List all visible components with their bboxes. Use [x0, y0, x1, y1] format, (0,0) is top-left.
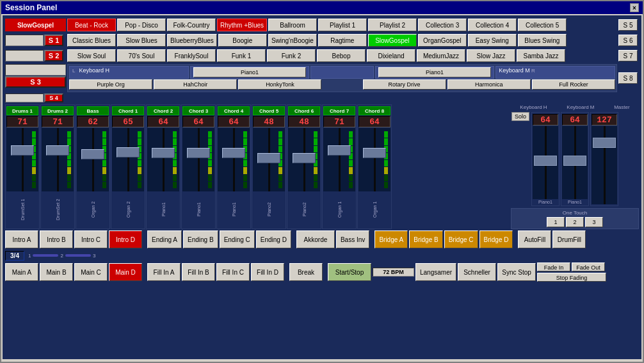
intro-a-btn[interactable]: Intro A — [5, 230, 38, 248]
ch-fader-2[interactable] — [81, 149, 104, 159]
ch-fader-1[interactable] — [46, 145, 69, 156]
ch-label-6[interactable]: Chord 4 — [218, 106, 250, 115]
style-btn-2[interactable]: Folk-Country — [167, 19, 216, 31]
harmonica-btn[interactable]: Harmonica — [447, 79, 531, 90]
style2-btn-5[interactable]: Ragtime — [318, 34, 367, 47]
s7-button[interactable]: S 7 — [618, 50, 638, 61]
main-b-btn[interactable]: Main B — [40, 263, 73, 281]
ch-fader-5[interactable] — [187, 148, 210, 158]
intro-c-btn[interactable]: Intro C — [74, 230, 108, 248]
drumfill-btn[interactable]: DrumFill — [552, 230, 586, 248]
piano1-left-btn[interactable]: Piano1 — [193, 67, 307, 77]
style3-btn-5[interactable]: Bebop — [317, 49, 366, 62]
style3-btn-1[interactable]: 70's Soul — [117, 49, 166, 62]
master-fader[interactable] — [593, 138, 616, 148]
ch-label-0[interactable]: Drums 1 — [6, 106, 38, 115]
fill-d-btn[interactable]: Fill In D — [251, 263, 284, 281]
style2-btn-9[interactable]: Blues Swing — [518, 34, 567, 47]
style3-btn-3[interactable]: Funk 1 — [217, 49, 266, 62]
full-rocker-btn[interactable]: Full Rocker — [532, 79, 615, 90]
style3-btn-2[interactable]: FranklySoul — [167, 49, 216, 62]
main-c-btn[interactable]: Main C — [74, 263, 108, 281]
one-touch-2[interactable]: 2 — [566, 217, 584, 227]
ch-label-3[interactable]: Chord 1 — [112, 106, 144, 115]
style2-btn-6[interactable]: SlowGospel — [368, 34, 417, 47]
style3-btn-4[interactable]: Funk 2 — [267, 49, 316, 62]
style-btn-9[interactable]: Collection 5 — [518, 19, 567, 31]
keyboard-m-fader[interactable] — [563, 156, 586, 166]
s5-button[interactable]: S 5 — [618, 19, 638, 31]
style3-btn-7[interactable]: MediumJazz — [417, 49, 465, 62]
ch-fader-0[interactable] — [11, 145, 34, 156]
ch-fader-6[interactable] — [222, 148, 245, 158]
piano1-right-btn[interactable]: Piano1 — [378, 67, 492, 77]
s6-button[interactable]: S 6 — [618, 35, 638, 46]
style3-btn-0[interactable]: Slow Soul — [67, 49, 116, 62]
break-btn[interactable]: Break — [289, 263, 323, 281]
langsamer-btn[interactable]: Langsamer — [415, 263, 456, 281]
ch-label-4[interactable]: Chord 2 — [147, 106, 179, 115]
s4-button[interactable]: S 4 — [44, 93, 63, 102]
bridge-c-btn[interactable]: Bridge C — [444, 230, 478, 248]
ending-a-btn[interactable]: Ending A — [147, 230, 182, 248]
ch-fader-8[interactable] — [293, 153, 316, 163]
style2-btn-3[interactable]: Boogie — [218, 34, 267, 47]
style-btn-6[interactable]: Playlist 2 — [368, 19, 417, 31]
style2-btn-4[interactable]: Swing'nBoogie — [268, 34, 317, 47]
style-btn-7[interactable]: Collection 3 — [418, 19, 467, 31]
purple-org-btn[interactable]: Purple Org — [69, 79, 152, 90]
stop-fading-btn[interactable]: Stop Fading — [537, 273, 606, 282]
ch-fader-4[interactable] — [152, 148, 175, 158]
intro-b-btn[interactable]: Intro B — [40, 230, 73, 248]
ch-label-2[interactable]: Bass — [77, 106, 109, 115]
s3-button[interactable]: S 3 — [5, 76, 66, 88]
hah-choir-btn[interactable]: HahChoir — [154, 79, 237, 90]
s2-button[interactable]: S 2 — [44, 50, 63, 61]
bass-inv-btn[interactable]: Bass Inv — [336, 230, 369, 248]
fade-out-btn[interactable]: Fade Out — [572, 262, 605, 271]
style2-btn-0[interactable]: Classic Blues — [67, 34, 116, 47]
style2-btn-1[interactable]: Slow Blues — [117, 34, 166, 47]
style3-btn-6[interactable]: Dixieland — [367, 49, 415, 62]
bridge-a-btn[interactable]: Bridge A — [374, 230, 408, 248]
style-btn-1[interactable]: Pop - Disco — [117, 19, 166, 31]
ch-label-9[interactable]: Chord 7 — [323, 106, 355, 115]
rotary-drive-btn[interactable]: Rotary Drive — [363, 79, 446, 90]
style2-btn-2[interactable]: BlueberryBlues — [167, 34, 217, 47]
autofill-btn[interactable]: AutoFill — [518, 230, 551, 248]
one-touch-3[interactable]: 3 — [585, 217, 603, 227]
fill-c-btn[interactable]: Fill In C — [216, 263, 250, 281]
one-touch-1[interactable]: 1 — [547, 217, 565, 227]
ch-fader-9[interactable] — [328, 145, 351, 156]
sync-stop-btn[interactable]: Sync Stop — [497, 263, 536, 281]
ch-label-7[interactable]: Chord 5 — [253, 106, 285, 115]
style2-btn-8[interactable]: Easy Swing — [468, 34, 517, 47]
intro-d-btn[interactable]: Intro D — [109, 230, 142, 248]
close-button[interactable]: × — [630, 3, 639, 12]
akkorde-btn[interactable]: Akkorde — [296, 230, 335, 248]
ch-label-1[interactable]: Drums 2 — [42, 106, 74, 115]
ch-label-10[interactable]: Chord 8 — [358, 106, 390, 115]
bridge-b-btn[interactable]: Bridge B — [409, 230, 442, 248]
ending-b-btn[interactable]: Ending B — [183, 230, 218, 248]
s8-button[interactable]: S 8 — [618, 72, 638, 84]
style3-btn-9[interactable]: Samba Jazz — [517, 49, 565, 62]
ending-c-btn[interactable]: Ending C — [220, 230, 255, 248]
style-btn-3[interactable]: Rhythm +Blues — [217, 19, 267, 31]
ch-fader-3[interactable] — [117, 147, 140, 157]
keyboard-h-fader[interactable] — [534, 156, 557, 166]
start-stop-btn[interactable]: Start/Stop — [328, 263, 371, 281]
main-d-btn[interactable]: Main D — [109, 263, 142, 281]
ending-d-btn[interactable]: Ending D — [256, 230, 291, 248]
style3-btn-8[interactable]: Slow Jazz — [467, 49, 515, 62]
ch-fader-10[interactable] — [363, 148, 386, 158]
s1-button[interactable]: S 1 — [44, 35, 63, 46]
fill-a-btn[interactable]: Fill In A — [147, 263, 181, 281]
style-btn-4[interactable]: Ballroom — [268, 19, 317, 31]
ch-fader-7[interactable] — [257, 153, 280, 163]
solo-button[interactable]: Solo — [511, 112, 529, 121]
style-btn-8[interactable]: Collection 4 — [468, 19, 517, 31]
honky-tonk-btn[interactable]: HonkyTonk — [238, 79, 321, 90]
ch-label-5[interactable]: Chord 3 — [182, 106, 214, 115]
fill-b-btn[interactable]: Fill In B — [182, 263, 215, 281]
